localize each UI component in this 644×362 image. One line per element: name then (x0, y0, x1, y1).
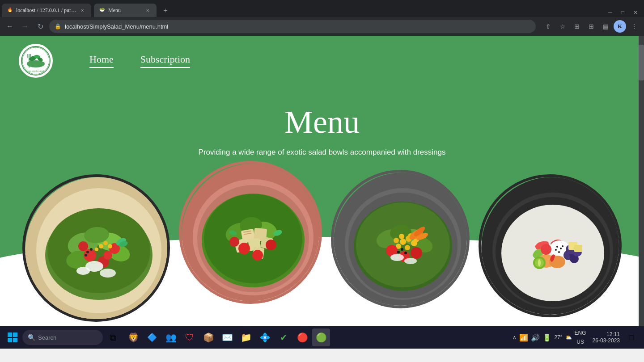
check-icon: ✔ (280, 332, 288, 343)
taskbar-app-vscode[interactable]: 💠 (256, 328, 274, 346)
teams-icon: 👥 (165, 332, 177, 343)
taskbar-app-check[interactable]: ✔ (275, 328, 292, 346)
tab-label-2: Menu (108, 7, 142, 14)
taskbar-app-chrome2[interactable]: 🟢 (312, 328, 330, 346)
profile-button[interactable]: K (614, 20, 626, 33)
bowls-section (0, 147, 644, 326)
taskbar-app-windows[interactable]: 🦁 (124, 328, 142, 346)
taskbar-app-mail[interactable]: ✉️ (218, 328, 236, 346)
lock-icon: 🔒 (55, 23, 61, 30)
language-label: ENG (575, 330, 586, 336)
website-content: the simply salad Home Subscription Menu … (0, 36, 644, 326)
menu-button[interactable]: ⋮ (628, 20, 640, 33)
bowls-container (0, 161, 644, 308)
battery-icon[interactable]: 🔋 (542, 333, 551, 342)
windows-logo (7, 332, 18, 343)
svg-point-96 (555, 249, 557, 251)
svg-point-27 (76, 267, 90, 275)
svg-point-102 (538, 259, 541, 266)
hero-subtitle: Providing a wide range of exotic salad b… (9, 148, 635, 157)
region-label: US (576, 339, 584, 345)
logo-container[interactable]: the simply salad (18, 43, 54, 79)
notification-button[interactable]: □ (623, 328, 640, 346)
refresh-button[interactable]: ↻ (34, 20, 47, 33)
back-button[interactable]: ← (4, 20, 16, 33)
svg-point-56 (229, 237, 239, 247)
bowl-2 (179, 161, 322, 304)
forward-button[interactable]: → (19, 20, 31, 33)
taskbar-app-dropbox[interactable]: 📦 (199, 328, 217, 346)
browser-tab-2[interactable]: 🥗 Menu ✕ (94, 4, 157, 17)
share-button[interactable]: ⇧ (542, 20, 555, 33)
svg-point-28 (99, 244, 103, 248)
nav-links: Home Subscription (89, 54, 190, 68)
svg-point-86 (390, 254, 404, 261)
hero-title: Menu (9, 104, 635, 141)
bowl-4 (479, 174, 622, 317)
svg-rect-109 (574, 245, 582, 252)
svg-point-34 (85, 254, 87, 257)
up-arrow-icon[interactable]: ∧ (513, 334, 517, 341)
nav-link-subscription[interactable]: Subscription (140, 54, 190, 68)
taskbar-search-icon: 🔍 (28, 334, 35, 341)
svg-point-71 (405, 245, 410, 250)
volume-icon[interactable]: 🔊 (531, 333, 540, 342)
nav-link-home[interactable]: Home (89, 54, 114, 68)
vscode-icon: 💠 (259, 332, 271, 343)
svg-point-84 (401, 248, 403, 251)
windows-store-icon: 🦁 (128, 332, 139, 343)
svg-rect-111 (8, 333, 12, 337)
language-region[interactable]: ENG US (575, 330, 586, 345)
tab-bar: 🔥 localhost / 127.0.0.1 / purchase / ✕ 🥗… (0, 0, 644, 17)
mail-icon: ✉️ (222, 332, 233, 343)
taskbar-search-box[interactable]: 🔍 Search (22, 330, 103, 345)
bookmark-button[interactable]: ☆ (556, 20, 569, 33)
edge-icon: 🔷 (147, 333, 157, 342)
start-button[interactable] (4, 328, 21, 346)
svg-point-26 (100, 269, 116, 278)
tab-close-1[interactable]: ✕ (79, 7, 86, 14)
tab-favicon-1: 🔥 (7, 7, 13, 13)
tab-close-2[interactable]: ✕ (144, 7, 151, 14)
close-window-button[interactable]: ✕ (631, 8, 640, 17)
taskbar: 🔍 Search ⧉ 🦁 🔷 👥 🛡 📦 ✉️ 📁 💠 (0, 326, 644, 349)
svg-point-24 (103, 251, 112, 260)
address-input-wrap[interactable]: 🔒 localhost/SimplySalad_Menu/menu.html (49, 20, 536, 33)
minimize-button[interactable]: ─ (606, 8, 615, 17)
svg-point-68 (400, 239, 406, 245)
logo-svg: the simply salad (20, 45, 51, 76)
svg-point-87 (404, 258, 417, 264)
sidebar-button[interactable]: ▤ (599, 20, 612, 33)
svg-point-32 (86, 251, 89, 253)
taskbar-app-antivirus[interactable]: 🛡 (181, 328, 199, 346)
chrome-icon-1: 🔴 (297, 332, 308, 343)
taskbar-app-chrome[interactable]: 🔴 (293, 328, 311, 346)
svg-point-53 (238, 243, 250, 254)
browser-tab-1[interactable]: 🔥 localhost / 127.0.0.1 / purchase / ✕ (2, 4, 91, 17)
maximize-button[interactable]: □ (619, 8, 627, 17)
clock-time: 12:11 (606, 331, 620, 337)
svg-rect-112 (13, 333, 17, 337)
svg-text:the simply salad: the simply salad (28, 70, 44, 72)
taskbar-app-explorer[interactable]: 📁 (237, 328, 255, 346)
svg-point-74 (399, 234, 404, 239)
taskbar-search-text: Search (38, 334, 56, 341)
extensions-button[interactable]: ⊞ (571, 20, 583, 33)
clock[interactable]: 12:11 26-03-2023 (593, 331, 620, 344)
svg-point-30 (108, 244, 112, 248)
svg-point-85 (404, 252, 407, 254)
taskbar-app-teams[interactable]: 👥 (162, 328, 180, 346)
site-nav: the simply salad Home Subscription (0, 36, 644, 86)
new-tab-button[interactable]: + (159, 4, 172, 17)
task-view-button[interactable]: ⧉ (104, 328, 122, 346)
task-view-icon: ⧉ (110, 333, 116, 343)
taskbar-app-edge[interactable]: 🔷 (143, 328, 161, 346)
tab-label-1: localhost / 127.0.0.1 / purchase / (16, 7, 77, 14)
browser-actions: ⇧ ☆ ⊞ ⊞ ▤ K ⋮ (542, 20, 640, 33)
extensions-button-2[interactable]: ⊞ (585, 20, 597, 33)
svg-point-110 (541, 244, 551, 255)
taskbar-apps: 🦁 🔷 👥 🛡 📦 ✉️ 📁 💠 ✔ 🔴 🟢 (124, 328, 330, 346)
antivirus-icon: 🛡 (185, 333, 194, 343)
address-bar-row: ← → ↻ 🔒 localhost/SimplySalad_Menu/menu.… (0, 17, 644, 36)
network-icon[interactable]: 📶 (519, 333, 528, 342)
